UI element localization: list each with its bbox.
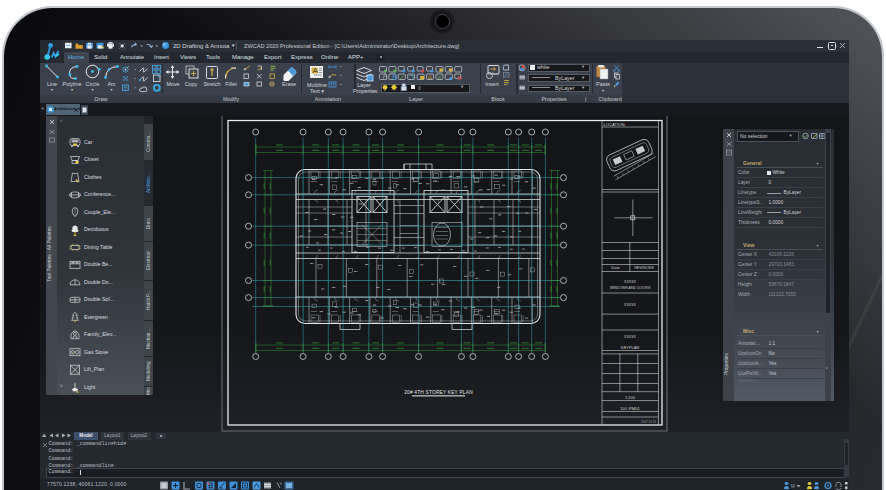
svg-text:XXXXX: XXXXX [624,334,637,338]
svg-text:XXXXX: XXXXX [624,280,637,284]
svg-text:2017.10.13: 2017.10.13 [641,420,656,424]
svg-text:KEYPLAN: KEYPLAN [621,344,640,349]
svg-text:Date: Date [611,264,620,269]
svg-text:20# 4TH STOREY KEY PLAN: 20# 4TH STOREY KEY PLAN [404,389,473,394]
svg-text:1:200: 1:200 [625,395,636,400]
svg-text:XXXXX: XXXXX [624,302,637,306]
svg-text:WINDOWS AND DOORS: WINDOWS AND DOORS [610,286,651,290]
svg-text:REVISIONS: REVISIONS [634,265,654,269]
svg-text:M: M [791,483,795,488]
svg-text:10#-PM01: 10#-PM01 [620,405,640,410]
svg-text:LOCATION:: LOCATION: [604,121,626,126]
